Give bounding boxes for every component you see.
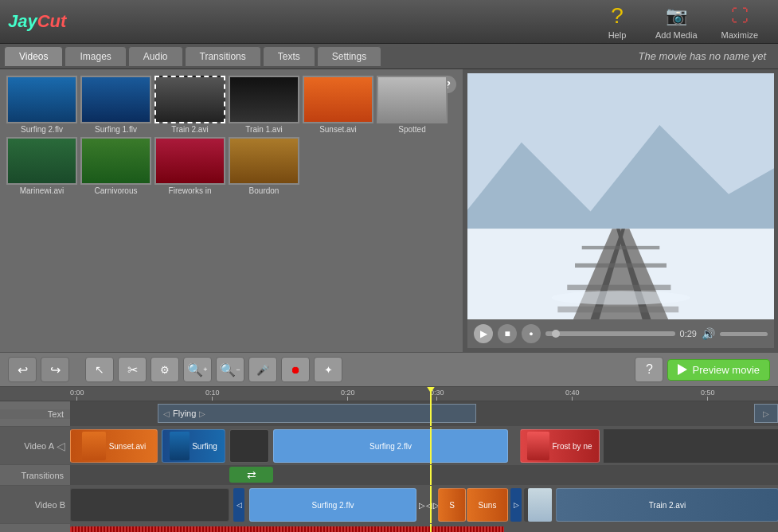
audio-waveform[interactable] [70, 526, 504, 532]
mic-button[interactable]: 🎤 [248, 357, 277, 382]
zoom-out-button[interactable]: 🔍− [216, 357, 244, 382]
video-clip-dark-a[interactable] [229, 429, 269, 463]
preview-movie-button[interactable]: Preview movie [667, 359, 770, 381]
filter-tool-button[interactable]: ⚙ [151, 357, 179, 382]
media-label: Train 2.avi [154, 125, 225, 134]
media-label: Surfing 1.flv [80, 125, 151, 134]
video-clip-sunset-a[interactable]: Sunset.avi [70, 429, 158, 463]
audio-track: Audio ▷ [0, 524, 778, 532]
list-item[interactable]: Surfing 2.flv [6, 76, 77, 134]
text-clip-flying[interactable]: ◁ Flying ▷ [158, 404, 476, 423]
play-button[interactable]: ▶ [474, 324, 493, 343]
timeline-help-button[interactable]: ? [635, 357, 663, 382]
video-a-content: Sunset.avi Surfing Surfing 2.flv Frost b… [70, 427, 778, 464]
record-button[interactable]: ⏺ [281, 357, 310, 382]
snap-left-icon: ◁ [57, 440, 65, 452]
help-icon: ? [603, 3, 631, 29]
track-label-text: Text [0, 409, 70, 419]
media-thumb [303, 76, 373, 123]
media-label: Marinewi.avi [6, 186, 77, 195]
preview-panel: ▶ ■ ● 0:29 🔊 [463, 69, 778, 352]
list-item[interactable]: Bourdon [229, 137, 299, 195]
maximize-button[interactable]: ⛶ Maximize [721, 3, 758, 40]
media-label: Train 1.avi [229, 125, 299, 134]
add-media-icon: 📷 [662, 3, 690, 29]
ruler-mark: 0:00 [70, 387, 84, 401]
video-clip-s-b[interactable]: S [438, 488, 466, 522]
preview-play-icon [678, 364, 687, 375]
undo-button[interactable]: ↩ [8, 357, 37, 382]
video-clip-suns-b[interactable]: Suns [467, 488, 508, 522]
maximize-icon: ⛶ [725, 3, 754, 29]
volume-bar[interactable] [720, 332, 768, 336]
tab-settings[interactable]: Settings [317, 46, 381, 67]
redo-button[interactable]: ↪ [41, 357, 69, 382]
ruler-mark: 0:10 [205, 387, 220, 401]
track-label-audio: Audio [0, 524, 70, 532]
tab-videos[interactable]: Videos [4, 46, 63, 67]
media-thumb [6, 137, 77, 185]
timeline: 0:00 0:10 0:20 0:30 0:40 0:50 [0, 387, 778, 532]
media-label: Sunset.avi [303, 125, 373, 134]
tab-transitions[interactable]: Transitions [185, 46, 261, 67]
maximize-label: Maximize [721, 30, 758, 40]
video-clip-surfing2-a[interactable]: Surfing 2.flv [273, 429, 508, 463]
toolbar: ↩ ↪ ↖ ✂ ⚙ 🔍+ 🔍− 🎤 ⏺ ✦ ? Preview movie [0, 352, 778, 387]
track-label-video-b: Video B [0, 486, 70, 523]
video-clip-surfing-a[interactable]: Surfing [162, 429, 225, 463]
media-thumb [229, 137, 299, 185]
svg-rect-8 [567, 285, 670, 291]
svg-rect-7 [575, 264, 667, 268]
video-track-dark-right-a [604, 429, 778, 463]
logo-text: JayCut [8, 11, 66, 32]
playhead-video-b [430, 486, 432, 523]
list-item[interactable]: Train 2.avi [154, 76, 225, 134]
rewind-button[interactable]: ● [522, 324, 541, 343]
ruler-marks: 0:00 0:10 0:20 0:30 0:40 0:50 [70, 387, 778, 401]
preview-movie-label: Preview movie [692, 364, 760, 376]
video-clip-dark-b[interactable] [70, 488, 229, 522]
zoom-in-button[interactable]: 🔍+ [183, 357, 212, 382]
clip-label-train2-b: Train 2.avi [649, 501, 686, 510]
playhead-video-a [430, 427, 432, 464]
timeline-ruler: 0:00 0:10 0:20 0:30 0:40 0:50 [0, 387, 778, 401]
list-item[interactable]: Marinewi.avi [6, 137, 77, 195]
list-item[interactable]: Surfing 1.flv [80, 76, 151, 134]
video-clip-train2-b[interactable]: Train 2.avi [556, 488, 778, 522]
tab-audio[interactable]: Audio [128, 46, 183, 67]
text-track: Text ◁ Flying ▷ ▷ [0, 401, 778, 427]
media-thumb [154, 137, 225, 185]
list-item[interactable]: Sunset.avi [303, 76, 373, 134]
select-tool-button[interactable]: ↖ [85, 357, 114, 382]
list-item[interactable]: Spotted [377, 76, 448, 134]
tab-images[interactable]: Images [65, 46, 126, 67]
tab-texts[interactable]: Texts [263, 46, 315, 67]
media-thumb [80, 76, 151, 123]
stop-button[interactable]: ■ [498, 324, 517, 343]
progress-indicator [552, 330, 560, 338]
media-label: Fireworks in [154, 186, 225, 195]
add-media-label: Add Media [655, 30, 698, 40]
list-item[interactable]: Train 1.avi [229, 76, 299, 134]
media-label: Surfing 2.flv [6, 125, 77, 134]
transitions-track: Transitions ⇄ [0, 465, 778, 486]
video-clip-handle-b1: ◁ [233, 488, 244, 522]
fx-button[interactable]: ✦ [314, 357, 342, 382]
video-clip-handle-b2: ▷ [510, 488, 522, 522]
progress-bar[interactable] [545, 331, 675, 336]
media-thumb [154, 76, 225, 123]
time-display: 0:29 [680, 329, 697, 338]
help-button[interactable]: ? Help [603, 3, 631, 40]
logo: JayCut [8, 6, 104, 37]
video-clip-frost-a[interactable]: Frost by ne [520, 429, 600, 463]
list-item[interactable]: Fireworks in [154, 137, 225, 195]
add-media-button[interactable]: 📷 Add Media [655, 3, 698, 40]
video-clip-surfing2-b[interactable]: Surfing 2.flv [249, 488, 416, 522]
transition-clip[interactable]: ⇄ [229, 467, 273, 483]
media-panel: ? Surfing 2.flv Surfing 1.flv Train 2.av… [0, 69, 463, 352]
video-b-content: ◁ Surfing 2.flv ▷◁▷◁▷◁ S Suns ▷ [70, 486, 778, 523]
list-item[interactable]: Carnivorous [80, 137, 151, 195]
svg-rect-6 [582, 246, 660, 249]
preview-video [467, 73, 774, 319]
cut-tool-button[interactable]: ✂ [118, 357, 147, 382]
